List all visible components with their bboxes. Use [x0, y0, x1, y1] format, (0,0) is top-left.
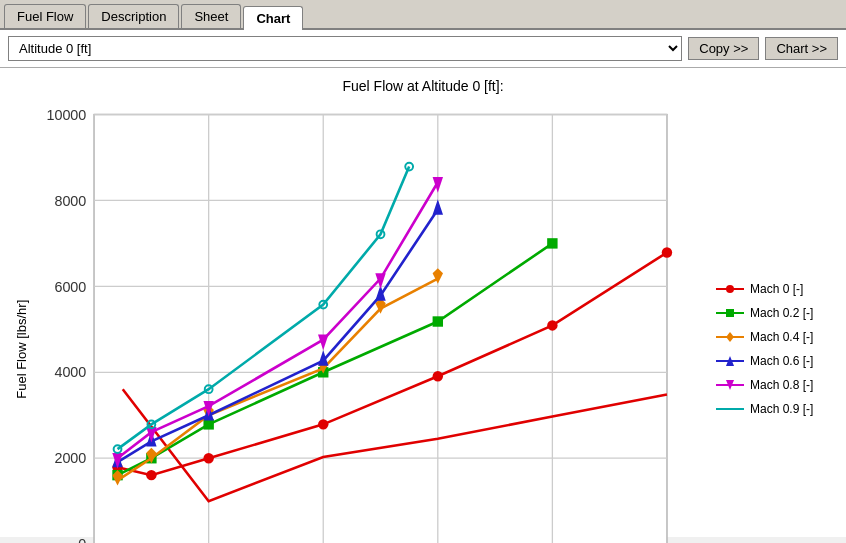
svg-rect-37 [547, 238, 557, 248]
svg-text:10000: 10000 [46, 107, 86, 123]
svg-point-28 [318, 419, 328, 429]
legend-item-mach0: Mach 0 [-] [716, 281, 836, 297]
legend-item-mach08: Mach 0.8 [-] [716, 377, 836, 393]
legend-symbol-mach02 [716, 305, 744, 321]
copy-button[interactable]: Copy >> [688, 37, 759, 60]
legend-label-mach02: Mach 0.2 [-] [750, 306, 813, 320]
legend-item-mach04: Mach 0.4 [-] [716, 329, 836, 345]
legend-item-mach09: Mach 0.9 [-] [716, 401, 836, 417]
legend-label-mach09: Mach 0.9 [-] [750, 402, 813, 416]
svg-text:6000: 6000 [54, 279, 86, 295]
svg-text:0: 0 [78, 536, 86, 543]
legend-symbol-mach0 [716, 281, 744, 297]
svg-text:4000: 4000 [54, 365, 86, 381]
chart-title: Fuel Flow at Altitude 0 [ft]: [342, 78, 503, 94]
altitude-dropdown[interactable]: Altitude 0 [ft] [8, 36, 682, 61]
legend: Mach 0 [-] Mach 0.2 [-] [706, 100, 836, 543]
svg-point-26 [146, 470, 156, 480]
tab-sheet[interactable]: Sheet [181, 4, 241, 28]
chart-button[interactable]: Chart >> [765, 37, 838, 60]
svg-text:2000: 2000 [54, 450, 86, 466]
chart-svg: 0 2000 4000 6000 8000 10000 0 4000 8000 … [29, 100, 706, 543]
legend-label-mach06: Mach 0.6 [-] [750, 354, 813, 368]
legend-label-mach04: Mach 0.4 [-] [750, 330, 813, 344]
svg-marker-67 [726, 332, 734, 342]
chart-plot: 0 2000 4000 6000 8000 10000 0 4000 8000 … [29, 100, 706, 543]
tab-fuel-flow[interactable]: Fuel Flow [4, 4, 86, 28]
svg-rect-0 [94, 115, 667, 543]
tab-bar: Fuel Flow Description Sheet Chart [0, 0, 846, 30]
legend-item-mach06: Mach 0.6 [-] [716, 353, 836, 369]
svg-point-31 [662, 247, 672, 257]
legend-symbol-mach04 [716, 329, 744, 345]
svg-point-63 [726, 285, 734, 293]
svg-text:8000: 8000 [54, 193, 86, 209]
legend-label-mach0: Mach 0 [-] [750, 282, 803, 296]
chart-area: Fuel Flow [lbs/hr] [10, 100, 836, 543]
svg-point-29 [433, 371, 443, 381]
legend-label-mach08: Mach 0.8 [-] [750, 378, 813, 392]
y-axis-label: Fuel Flow [lbs/hr] [10, 100, 29, 543]
svg-rect-36 [433, 316, 443, 326]
chart-and-legend: 0 2000 4000 6000 8000 10000 0 4000 8000 … [29, 100, 836, 543]
svg-rect-65 [726, 309, 734, 317]
svg-point-30 [547, 320, 557, 330]
toolbar: Altitude 0 [ft] Copy >> Chart >> [0, 30, 846, 68]
legend-item-mach02: Mach 0.2 [-] [716, 305, 836, 321]
tab-chart[interactable]: Chart [243, 6, 303, 30]
legend-symbol-mach09 [716, 401, 744, 417]
svg-point-27 [203, 453, 213, 463]
svg-rect-34 [203, 419, 213, 429]
legend-symbol-mach06 [716, 353, 744, 369]
chart-container: Fuel Flow at Altitude 0 [ft]: Fuel Flow … [0, 68, 846, 537]
legend-symbol-mach08 [716, 377, 744, 393]
tab-description[interactable]: Description [88, 4, 179, 28]
